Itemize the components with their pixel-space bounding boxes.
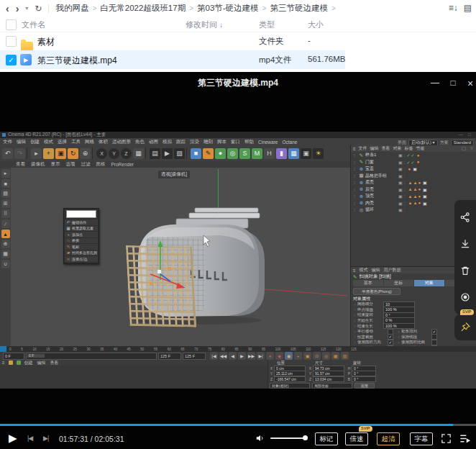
c4d-mode-icon[interactable]: ▨	[1, 189, 10, 198]
context-menu-item[interactable]: ≍ 连接点/边	[65, 256, 98, 262]
om-menu-item[interactable]: 对象	[393, 145, 402, 152]
transport-button[interactable]: ▶	[238, 352, 246, 360]
transport-button[interactable]: +	[294, 352, 302, 360]
layer-icon[interactable]: ▣	[398, 187, 403, 192]
layer-icon[interactable]: ▣	[398, 153, 403, 158]
timeline-slider[interactable]: 0 F	[26, 353, 157, 360]
transport-button[interactable]: ▶|	[257, 352, 265, 360]
visibility-dots-icon[interactable]: ⁝	[354, 187, 357, 192]
c4d-menu-item[interactable]: 运动图形	[112, 139, 131, 145]
breadcrumb-item[interactable]: 第03节-硬边建模	[197, 3, 259, 14]
timeline-ruler[interactable]: 0510152025303540455055606570758085909510…	[0, 346, 360, 352]
texture-tag-icon[interactable]: ▣	[423, 201, 427, 206]
transport-button[interactable]: ◉	[285, 352, 293, 360]
c4d-tool-icon[interactable]	[92, 148, 95, 159]
mark-button[interactable]: 标记	[315, 432, 338, 445]
object-name[interactable]: 底壳	[365, 179, 397, 186]
forward-icon[interactable]: ›	[16, 3, 19, 14]
keyframe-circle-icon[interactable]: ○	[354, 313, 356, 317]
volume-slider[interactable]	[270, 437, 305, 439]
om-menu-item[interactable]: 文件	[359, 145, 367, 152]
context-menu-item[interactable]: ✎ 笔刷	[65, 244, 98, 250]
keyframe-circle-icon[interactable]: ○	[354, 330, 356, 334]
file-row-folder[interactable]: 素材 文件夹 -	[0, 32, 476, 50]
current-frame-field[interactable]: 0 F	[3, 353, 24, 360]
layer-icon[interactable]: ▣	[398, 160, 403, 165]
c4d-tool-icon[interactable]: ▶	[162, 148, 173, 159]
keyframe-circle-icon[interactable]: ○	[354, 307, 356, 312]
viewport-menu-item[interactable]: ProRender	[111, 162, 134, 167]
context-menu-item[interactable]: ▰ 封闭多边形孔洞	[65, 250, 98, 256]
c4d-viewport[interactable]: 透视[摄像机]	[11, 168, 350, 346]
attr-menu-item[interactable]: 用户数据	[384, 267, 401, 273]
traffic-dots-icon[interactable]: ⁚	[404, 187, 406, 192]
layer-icon[interactable]: ▣	[398, 166, 403, 171]
keyframe-circle-icon[interactable]: ○	[354, 302, 356, 307]
object-name[interactable]: 顶壳	[365, 193, 397, 199]
phong-selection-tags[interactable]: ●	[417, 153, 421, 158]
object-name[interactable]: 样条1	[365, 152, 397, 158]
c4d-tool-icon[interactable]: ■	[191, 148, 201, 159]
keyframe-circle-icon[interactable]: ○	[354, 324, 356, 328]
position-value-input[interactable]: -166.547 cm	[274, 376, 306, 382]
column-modified[interactable]: 修改时间↓	[186, 19, 223, 30]
phong-selection-tags[interactable]: ▲▲●	[408, 194, 422, 199]
om-menu-item[interactable]: 书签	[416, 145, 425, 152]
context-menu-item[interactable]: + 添加点	[65, 232, 98, 237]
c4d-tool-icon[interactable]: ⊕	[80, 148, 91, 159]
phong-selection-tags[interactable]: ●	[408, 167, 412, 171]
keyframe-circle-icon[interactable]: ○	[354, 340, 356, 345]
viewport-menu-item[interactable]: 摄像机	[31, 161, 45, 168]
maximize-button[interactable]: □	[447, 78, 459, 88]
phong-shading-button[interactable]: 平滑着色(Phong)	[353, 288, 401, 295]
end-frame-field[interactable]: 125 F	[158, 353, 181, 360]
view-mode-icon[interactable]: ▤	[464, 3, 472, 13]
c4d-menu-item[interactable]: 体积	[99, 139, 108, 145]
keyframe-circle-icon[interactable]: ○	[398, 340, 400, 345]
c4d-mode-icon[interactable]: ∕	[1, 219, 10, 228]
attr-menu-item[interactable]: 编辑	[372, 267, 380, 273]
layer-icon[interactable]: ▣	[398, 201, 403, 206]
row-checkbox-checked[interactable]: ✓	[6, 55, 17, 65]
refresh-icon[interactable]: ↻	[35, 4, 42, 14]
timeline-slider-handle[interactable]: 0 F	[27, 354, 45, 358]
c4d-tool-icon[interactable]: X	[96, 148, 107, 159]
viewport-menu-item[interactable]: 面板	[96, 161, 106, 168]
file-row-video-selected[interactable]: ✓ ▶ 第三节硬边建模.mp4 mp4文件 561.76MB	[0, 50, 345, 69]
c4d-tool-icon[interactable]: Y	[109, 148, 119, 159]
object-row[interactable]: ⁝ ⊕ 后壳 ▣ ⁚ ▲▲● ▣	[351, 186, 476, 194]
layer-icon[interactable]: ▣	[398, 207, 403, 212]
transport-button[interactable]: ▦	[331, 352, 339, 360]
keyframe-circle-icon[interactable]: ○	[398, 330, 400, 334]
size-value-input[interactable]: 13.034 cm	[313, 376, 344, 382]
attribute-tab[interactable]: 对象	[414, 280, 444, 286]
breadcrumb-item[interactable]: 第三节硬边建模	[270, 3, 328, 14]
toaster-3d-model[interactable]	[97, 199, 350, 346]
c4d-menu-item[interactable]: 帮助	[244, 139, 254, 145]
visibility-dots-icon[interactable]: ⁝	[354, 180, 357, 185]
share-icon[interactable]	[459, 212, 471, 223]
c4d-tool-icon[interactable]: ↻	[68, 148, 78, 159]
c4d-mode-icon[interactable]: ▦	[1, 250, 10, 258]
keyframe-circle-icon[interactable]: ○	[354, 335, 356, 339]
visibility-dots-icon[interactable]: ⁝	[354, 160, 357, 165]
speed-button[interactable]: 倍速	[345, 432, 368, 445]
c4d-menu-item[interactable]: Octane	[282, 140, 297, 145]
traffic-dots-icon[interactable]: ⁚	[404, 160, 406, 165]
pin-favorite-icon[interactable]	[459, 322, 471, 333]
c4d-menu-item[interactable]: 选择	[58, 139, 67, 145]
c4d-tool-icon[interactable]: H	[264, 148, 275, 159]
c4d-tool-icon[interactable]: M	[252, 148, 262, 159]
viewport-menu-item[interactable]: 过滤	[81, 161, 91, 168]
playhead[interactable]	[0, 346, 6, 352]
c4d-menu-item[interactable]: 脚本	[217, 139, 226, 145]
traffic-dots-icon[interactable]: ⁚	[404, 207, 406, 212]
file-name[interactable]: 第三节硬边建模.mp4	[37, 55, 117, 67]
texture-tag-icon[interactable]: ▣	[413, 166, 417, 171]
close-button[interactable]: ×	[464, 78, 476, 89]
context-menu-item[interactable]: ∩ 桥接	[65, 238, 98, 244]
rotation-value-input[interactable]: 0 °	[352, 376, 376, 382]
traffic-dots-icon[interactable]: ⁚	[404, 153, 406, 158]
transport-button[interactable]: ●	[266, 352, 274, 360]
progress-bar[interactable]	[0, 424, 476, 426]
